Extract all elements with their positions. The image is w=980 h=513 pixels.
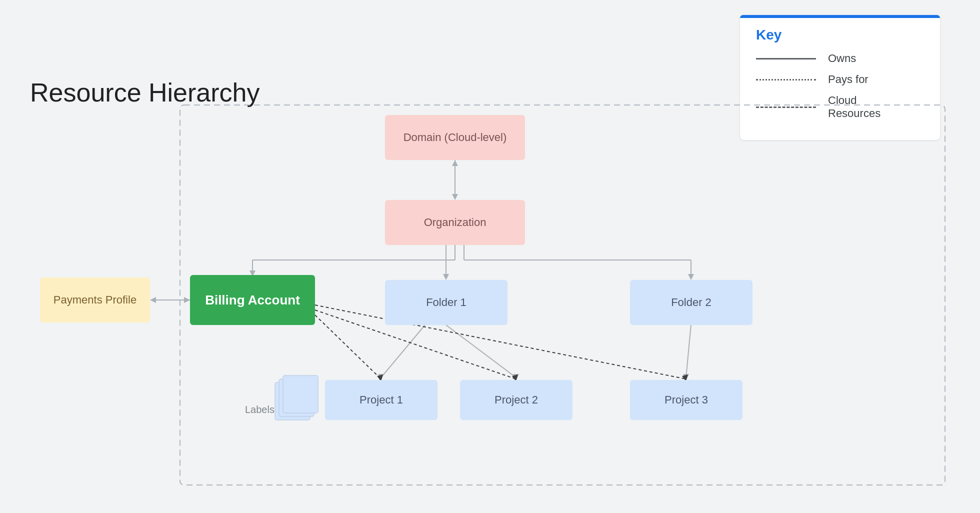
diagram: Domain (Cloud-level) Organization Paymen… (20, 100, 960, 500)
key-accent-bar (740, 15, 940, 18)
svg-line-16 (446, 325, 516, 378)
svg-marker-3 (452, 160, 458, 166)
owns-line-icon (756, 58, 816, 60)
pays-line-icon (756, 79, 816, 80)
folder2-node: Folder 2 (630, 280, 752, 325)
svg-marker-19 (683, 374, 689, 380)
owns-label: Owns (828, 52, 856, 65)
svg-line-23 (315, 315, 381, 379)
svg-marker-17 (513, 374, 519, 380)
project1-node: Project 1 (325, 380, 438, 420)
svg-marker-22 (184, 297, 190, 303)
project2-node: Project 2 (460, 380, 572, 420)
svg-marker-9 (443, 274, 449, 280)
key-title: Key (756, 27, 924, 43)
labels-document-icon (265, 370, 330, 425)
billing-account-node: Billing Account (190, 275, 315, 325)
payments-profile-node: Payments Profile (40, 278, 150, 322)
key-item-pays: Pays for (756, 73, 924, 86)
svg-marker-13 (688, 274, 694, 280)
svg-marker-2 (452, 194, 458, 200)
pays-label: Pays for (828, 73, 868, 86)
organization-node: Organization (385, 200, 525, 245)
labels-text: Labels (245, 404, 274, 416)
svg-rect-31 (283, 376, 318, 413)
project3-node: Project 3 (630, 380, 742, 420)
svg-marker-15 (378, 374, 384, 380)
key-item-owns: Owns (756, 52, 924, 65)
domain-node: Domain (Cloud-level) (385, 115, 525, 160)
svg-marker-21 (150, 297, 156, 303)
svg-line-14 (381, 325, 425, 378)
svg-line-18 (686, 325, 691, 378)
folder1-node: Folder 1 (385, 280, 508, 325)
